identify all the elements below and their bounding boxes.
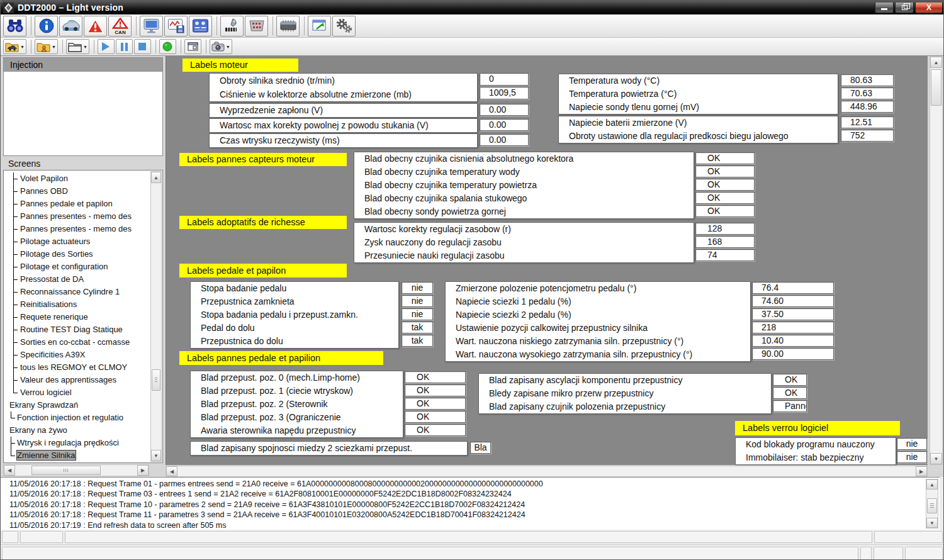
open-vehicle-folder-button[interactable]: ▼ [3,39,26,54]
adaptatifs-group-values: 12816874 [695,223,755,262]
dropdown-arrow-icon[interactable]: ▼ [226,45,230,49]
scroll-right-button[interactable]: ▶ [137,465,149,476]
pannes-pedale-right-group: Blad zapisany ascylacji komponentu przep… [478,373,772,414]
field-value: 752 [841,130,894,142]
toolbar-separator [62,40,63,53]
scroll-left-button[interactable]: ◀ [4,465,15,476]
field-label: Blad zapisany spojnosci miedzy 2 sciezka… [191,442,467,455]
screen-item[interactable]: Pannes OBD [5,185,150,198]
log-scrollbar-vertical[interactable]: ▲ ▼ [926,479,938,529]
dropdown-arrow-icon[interactable]: ▼ [83,45,87,49]
restore-button[interactable] [895,3,914,13]
toolbar-separator [31,16,31,35]
screen-item[interactable]: Reconnaissance Cylindre 1 [5,286,150,298]
vehicle-button[interactable] [59,16,82,36]
moteur-right-group-values: 80.6370.63448.96 [841,74,894,114]
dropdown-arrow-icon[interactable]: ▼ [20,45,25,49]
scroll-down-button[interactable]: ▼ [151,450,161,461]
new-window-button[interactable] [184,39,201,54]
scroll-up-button[interactable]: ▲ [926,479,938,490]
screen-item[interactable]: Pannes presentes - memo des [5,210,150,223]
screen-item[interactable]: Pannes presentes - memo des [5,223,150,235]
fault-warning-button[interactable] [84,16,107,36]
info-button[interactable] [35,16,58,36]
scroll-right-button[interactable]: ▶ [916,466,927,476]
monitor-graph-save-icon [167,18,185,34]
screen-item[interactable]: Ekrany na żywo [5,424,150,437]
screen-item[interactable]: Volet Papilon [5,172,150,185]
scroll-thumb[interactable] [31,466,101,475]
can-fault-warning-button[interactable]: CAN [108,16,132,36]
record-button[interactable] [159,39,176,54]
screen-item[interactable]: Pilotage actuateurs [5,235,150,248]
field-label: Stopa badanie pedalu [191,282,398,295]
scroll-thumb[interactable] [931,69,941,106]
scroll-down-button[interactable]: ▼ [926,518,938,528]
screen-item[interactable]: Fonction injection et regulatio [5,412,150,424]
screenshot-camera-button[interactable]: ▼ [210,39,232,54]
sensor-measure-button[interactable] [220,16,244,36]
field-value: nie [897,451,927,463]
field-label: Bledy zapisane mikro przerw przepustnicy [479,387,771,400]
screen-item[interactable]: Routine TEST Diag Statique [5,323,150,336]
settings-gears-button[interactable] [332,16,356,36]
status-cell [65,531,872,543]
screen-item[interactable]: Ekrany Sprawdzań [5,399,150,412]
screen-item[interactable]: Pannes pedale et papilon [5,198,150,210]
stop-button[interactable] [134,39,151,54]
screen-item[interactable]: Pressostat de DA [5,273,150,286]
screen-item[interactable]: Wtrysk i regulacja prędkości [5,437,150,449]
field-value: OK [773,387,807,399]
module-item-injection[interactable]: Injection [4,58,162,72]
field-value: OK [773,374,807,386]
info-icon [38,18,55,34]
open-user-folder-button[interactable]: ▼ [35,39,58,54]
camera-icon [211,42,225,52]
scroll-thumb[interactable] [927,498,937,513]
screen-item[interactable]: Verrou logiciel [5,386,150,399]
screen-item[interactable]: Zmienne Silnika [5,449,150,461]
export-window-button[interactable] [308,16,331,36]
scroll-left-button[interactable]: ◀ [166,466,177,476]
play-button[interactable] [98,39,115,54]
field-label: Przepustnica zamknieta [191,295,398,308]
screen-item[interactable]: Specificities A39X [5,349,150,361]
screens-scrollbar-horizontal[interactable]: ◀ ▶ [3,464,149,476]
pedale-left-group-values: nienienietaktak [402,282,433,348]
scroll-up-button[interactable]: ▲ [151,172,161,183]
field-value: 1009,5 [480,87,529,99]
section-label-verrou: Labels verrou logiciel [735,421,900,435]
moteur-row: Wyprzedzenie zapłonu (V) [209,103,478,118]
app-logo-icon [3,3,14,13]
minimize-button[interactable] [875,3,894,13]
screen-item[interactable]: tous les REGMOY et CLMOY [5,361,150,374]
close-button[interactable]: X [915,3,943,13]
screen-item[interactable]: Requete renerique [5,311,150,323]
memory-chip-button[interactable] [276,16,300,36]
pause-button[interactable] [116,39,133,54]
field-value: OK [405,384,466,396]
panel-scrollbar-vertical[interactable]: ▲ ▼ [930,56,943,465]
control-panel-button[interactable] [189,16,212,36]
screen-item[interactable]: Reinitialisations [5,298,150,311]
screen-item[interactable]: Pilotage des Sorties [5,248,150,260]
screen-item[interactable]: Sorties en co-ccbat - ccmasse [5,336,150,349]
ecu-connector-button[interactable] [245,16,268,36]
open-folder-button[interactable]: ▼ [66,39,89,54]
field-value: 0.00 [480,119,529,131]
screen-item[interactable]: Pilotage et configuration [5,260,150,273]
field-label: Blad zapisany czujnik polozenia przepust… [479,400,771,413]
monitor-record-button[interactable] [164,16,188,36]
binoculars-search-button[interactable] [3,16,26,36]
monitor-button[interactable] [140,16,163,36]
scroll-down-button[interactable]: ▼ [930,453,942,464]
car-icon [62,19,81,33]
dropdown-arrow-icon[interactable]: ▼ [52,45,56,49]
scroll-thumb[interactable] [152,369,160,391]
scroll-up-button[interactable]: ▲ [930,57,942,68]
moteur-group: Obroty silnika srednio (tr/min)Ciśnienie… [209,73,478,102]
record-circle-icon [162,42,172,52]
screen-item[interactable]: Valeur des apprentissages [5,374,150,386]
screens-scrollbar-vertical[interactable]: ▲ ▼ [150,171,162,462]
panel-scrollbar-horizontal[interactable]: ◀ ▶ [166,466,928,477]
